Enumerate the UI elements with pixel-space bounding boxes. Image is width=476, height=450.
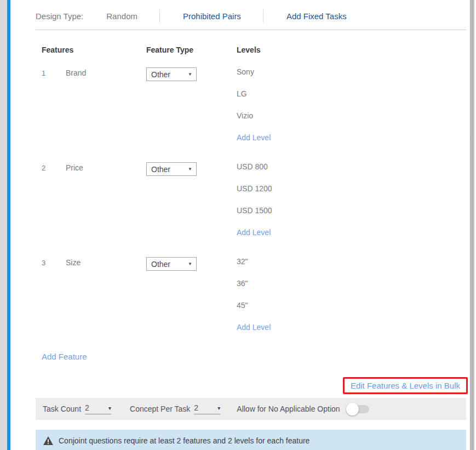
concept-per-task-label: Concept Per Task (130, 405, 190, 413)
level-value[interactable]: Sony (237, 67, 466, 89)
toggle-knob (346, 403, 359, 415)
feature-type-select[interactable]: Other ▼ (146, 257, 197, 271)
levels-cell: USD 800USD 1200USD 1500Add Level (237, 162, 466, 257)
warning-text: Conjoint questions require at least 2 fe… (59, 436, 309, 445)
add-level-link[interactable]: Add Level (237, 228, 466, 237)
add-feature-link[interactable]: Add Feature (42, 352, 87, 361)
level-value[interactable]: 45" (237, 301, 466, 323)
level-value[interactable]: Vizio (237, 111, 466, 133)
task-settings-bar: Task Count 2 ▾ Concept Per Task 2 ▾ Allo… (36, 398, 466, 420)
level-value[interactable]: 32" (237, 257, 466, 279)
divider (36, 30, 466, 30)
design-type-value[interactable]: Random (106, 12, 137, 21)
select-caret-icon: ▼ (188, 167, 192, 172)
feature-index: 3 (42, 257, 66, 352)
main-panel: Design Type: Random Prohibited Pairs Add… (10, 0, 467, 450)
feature-type-select[interactable]: Other ▼ (146, 162, 197, 176)
design-type-label: Design Type: (36, 12, 83, 21)
levels-cell: SonyLGVizioAdd Level (237, 67, 466, 162)
design-type-bar: Design Type: Random Prohibited Pairs Add… (36, 0, 466, 24)
select-caret-icon: ▼ (188, 261, 192, 266)
caret-down-icon: ▾ (108, 405, 111, 411)
bulk-edit-row: Edit Features & Levels in Bulk (36, 377, 466, 394)
add-level-link[interactable]: Add Level (237, 133, 466, 142)
column-header-features: Features (42, 45, 146, 54)
feature-row: 1 Brand Other ▼ SonyLGVizioAdd Level (36, 67, 466, 162)
level-value[interactable]: LG (237, 89, 466, 111)
table-header: Features Feature Type Levels (36, 45, 466, 54)
feature-type-selected-value: Other (151, 260, 170, 269)
level-value[interactable]: USD 1500 (237, 206, 466, 228)
no-applicable-option-label: Allow for No Applicable Option (237, 405, 340, 413)
feature-name[interactable]: Size (66, 257, 146, 352)
levels-cell: 32"36"45"Add Level (237, 257, 466, 352)
vertical-scrollbar[interactable] (470, 0, 474, 450)
level-value[interactable]: USD 1200 (237, 184, 466, 206)
concept-per-task-dropdown[interactable]: Concept Per Task 2 ▾ (130, 403, 220, 414)
edit-features-levels-bulk-link[interactable]: Edit Features & Levels in Bulk (351, 381, 460, 390)
feature-index: 2 (42, 162, 66, 257)
feature-type-selected-value: Other (151, 70, 170, 79)
warning-triangle-icon (43, 436, 53, 445)
separator (159, 9, 160, 22)
caret-down-icon: ▾ (217, 405, 220, 411)
warning-banner: Conjoint questions require at least 2 fe… (36, 430, 466, 450)
concept-per-task-value: 2 (194, 403, 198, 412)
left-gutter (0, 0, 7, 450)
feature-type-cell: Other ▼ (146, 162, 237, 257)
feature-type-selected-value: Other (151, 165, 170, 174)
level-value[interactable]: 36" (237, 279, 466, 301)
add-fixed-tasks-link[interactable]: Add Fixed Tasks (286, 12, 347, 21)
prohibited-pairs-link[interactable]: Prohibited Pairs (183, 12, 241, 21)
task-count-dropdown[interactable]: Task Count 2 ▾ (43, 403, 111, 414)
feature-type-cell: Other ▼ (146, 67, 237, 162)
feature-name[interactable]: Price (66, 162, 146, 257)
feature-rows: 1 Brand Other ▼ SonyLGVizioAdd Level 2 P… (36, 67, 466, 352)
feature-type-select[interactable]: Other ▼ (146, 67, 197, 81)
task-count-value: 2 (85, 403, 89, 412)
add-level-link[interactable]: Add Level (237, 323, 466, 332)
separator (263, 9, 263, 22)
column-header-levels: Levels (237, 45, 466, 54)
feature-index: 1 (42, 67, 66, 162)
annotation-highlight-box: Edit Features & Levels in Bulk (343, 377, 468, 394)
column-header-feature-type: Feature Type (146, 45, 237, 54)
feature-row: 2 Price Other ▼ USD 800USD 1200USD 1500A… (36, 162, 466, 257)
task-count-label: Task Count (43, 405, 81, 413)
select-caret-icon: ▼ (188, 72, 192, 77)
feature-name[interactable]: Brand (66, 67, 146, 162)
no-applicable-option-toggle[interactable] (347, 405, 369, 413)
feature-type-cell: Other ▼ (146, 257, 237, 352)
feature-row: 3 Size Other ▼ 32"36"45"Add Level (36, 257, 466, 352)
level-value[interactable]: USD 800 (237, 162, 466, 184)
